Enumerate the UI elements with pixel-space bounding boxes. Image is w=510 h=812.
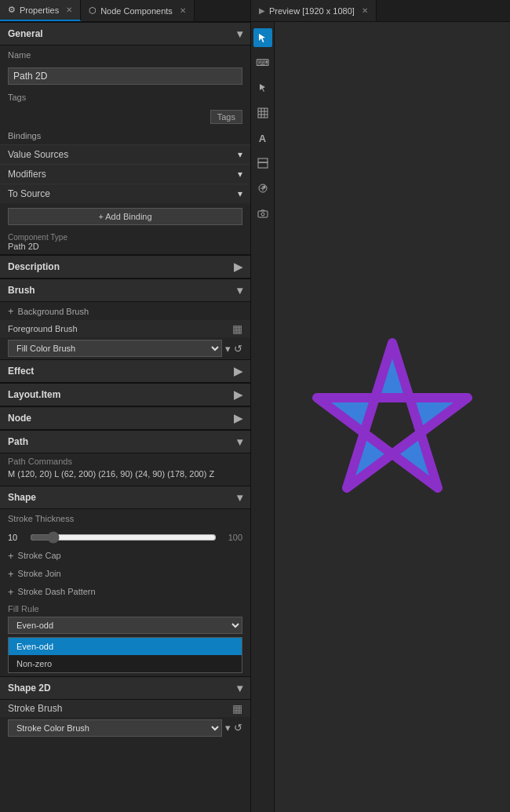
background-brush-plus-icon: + bbox=[8, 305, 14, 317]
general-section-header[interactable]: General ▾ bbox=[0, 22, 250, 46]
brush-label: Brush bbox=[8, 285, 35, 296]
to-source-row[interactable]: To Source ▾ bbox=[0, 184, 250, 203]
tags-row: Tags bbox=[0, 107, 250, 127]
modifiers-label: Modifiers bbox=[8, 169, 46, 180]
stroke-thickness-label-row: Stroke Thickness bbox=[0, 509, 250, 528]
value-sources-row[interactable]: Value Sources ▾ bbox=[0, 144, 250, 164]
layers-tool[interactable] bbox=[253, 154, 272, 173]
fill-arrow-icon[interactable]: ▾ bbox=[225, 343, 231, 355]
stroke-cap-plus-icon: + bbox=[8, 550, 14, 562]
stroke-brush-grid-icon: ▦ bbox=[232, 702, 242, 715]
value-sources-label: Value Sources bbox=[8, 149, 68, 160]
path-commands-value: M (120, 20) L (62, 200) (216, 90) (24, 9… bbox=[8, 468, 242, 481]
background-brush-row: + Background Brush bbox=[0, 302, 250, 320]
stroke-dash-plus-icon: + bbox=[8, 586, 14, 598]
stroke-brush-row: Stroke Brush ▦ bbox=[0, 700, 250, 717]
modifiers-row[interactable]: Modifiers ▾ bbox=[0, 164, 250, 184]
name-row: Name bbox=[0, 46, 250, 64]
brush-section-header[interactable]: Brush ▾ bbox=[0, 279, 250, 302]
tab-node-components-label: Node Components bbox=[100, 6, 173, 16]
component-type-value: Path 2D bbox=[8, 242, 242, 251]
preview-tab-label: Preview [1920 x 1080] bbox=[269, 6, 355, 16]
tags-label: Tags bbox=[8, 93, 63, 102]
preview-tab[interactable]: ▶ Preview [1920 x 1080] ✕ bbox=[251, 0, 377, 21]
camera-tool[interactable] bbox=[253, 204, 272, 223]
shape-label: Shape bbox=[8, 492, 36, 503]
svg-rect-9 bbox=[258, 211, 268, 217]
fill-color-select[interactable]: Fill Color Brush bbox=[8, 340, 222, 357]
to-source-chevron: ▾ bbox=[238, 188, 242, 199]
cursor-tool[interactable] bbox=[253, 28, 272, 47]
tab-properties[interactable]: ⚙ Properties ✕ bbox=[0, 0, 81, 21]
preview-tab-close[interactable]: ✕ bbox=[362, 6, 368, 15]
tags-row-label: Tags bbox=[0, 88, 250, 107]
fill-rule-select[interactable]: Even-odd Non-zero bbox=[8, 617, 242, 634]
properties-icon: ⚙ bbox=[8, 5, 16, 15]
layout-item-chevron: ▶ bbox=[234, 388, 242, 401]
add-binding-button[interactable]: + Add Binding bbox=[8, 208, 242, 225]
description-chevron: ▶ bbox=[234, 260, 242, 273]
fill-rule-dropdown-list: Even-odd Non-zero bbox=[8, 637, 242, 673]
dropdown-item-non-zero[interactable]: Non-zero bbox=[9, 655, 242, 672]
shape2d-label: Shape 2D bbox=[8, 683, 51, 694]
shape-chevron: ▾ bbox=[237, 491, 242, 504]
link-tool[interactable] bbox=[253, 179, 272, 198]
shape2d-section-header[interactable]: Shape 2D ▾ bbox=[0, 676, 250, 700]
layout-item-section-header[interactable]: Layout.Item ▶ bbox=[0, 383, 250, 406]
effect-label: Effect bbox=[8, 366, 34, 377]
effect-section-header[interactable]: Effect ▶ bbox=[0, 359, 250, 383]
grid-icon: ▦ bbox=[232, 322, 242, 335]
stroke-cap-row[interactable]: + Stroke Cap bbox=[0, 547, 250, 565]
node-components-icon: ⬡ bbox=[89, 5, 97, 16]
stroke-thickness-label: Stroke Thickness bbox=[8, 514, 74, 523]
stroke-arrow-icon[interactable]: ▾ bbox=[225, 722, 231, 734]
node-section-header[interactable]: Node ▶ bbox=[0, 406, 250, 430]
preview-play-icon: ▶ bbox=[259, 6, 265, 15]
stroke-join-row[interactable]: + Stroke Join bbox=[0, 565, 250, 583]
star-svg bbox=[298, 327, 486, 508]
text-tool[interactable]: A bbox=[253, 129, 272, 147]
name-input[interactable] bbox=[8, 67, 242, 85]
dropdown-item-even-odd[interactable]: Even-odd bbox=[9, 638, 242, 655]
to-source-label: To Source bbox=[8, 188, 50, 199]
brush-chevron: ▾ bbox=[237, 284, 242, 297]
table-tool[interactable] bbox=[253, 104, 272, 122]
stroke-color-brush-row: Stroke Color Brush ▾ ↺ bbox=[0, 717, 250, 739]
pointer-tool[interactable] bbox=[253, 78, 272, 97]
path-label: Path bbox=[8, 436, 28, 447]
description-label: Description bbox=[8, 261, 60, 272]
tab-properties-close[interactable]: ✕ bbox=[66, 5, 72, 14]
panel-content: General ▾ Name Tags Tags Bindings Value … bbox=[0, 22, 250, 812]
svg-point-8 bbox=[263, 186, 265, 188]
path-section-header[interactable]: Path ▾ bbox=[0, 430, 250, 453]
stroke-dash-row[interactable]: + Stroke Dash Pattern bbox=[0, 583, 250, 601]
fill-color-brush-row: Fill Color Brush ▾ ↺ bbox=[0, 337, 250, 359]
tags-button[interactable]: Tags bbox=[210, 110, 242, 124]
tab-properties-label: Properties bbox=[20, 5, 59, 15]
stroke-brush-label: Stroke Brush bbox=[8, 703, 62, 714]
layout-item-label: Layout.Item bbox=[8, 389, 60, 400]
left-panel: ⚙ Properties ✕ ⬡ Node Components ✕ Gener… bbox=[0, 0, 251, 812]
path-commands-section: Path Commands M (120, 20) L (62, 200) (2… bbox=[0, 453, 250, 486]
value-sources-chevron: ▾ bbox=[238, 149, 242, 160]
keyboard-icon: ⌨ bbox=[256, 57, 269, 68]
svg-rect-6 bbox=[258, 158, 268, 162]
stroke-slider[interactable] bbox=[30, 531, 217, 544]
svg-marker-11 bbox=[317, 343, 468, 488]
fill-reset-icon[interactable]: ↺ bbox=[234, 343, 242, 355]
svg-rect-0 bbox=[258, 108, 268, 118]
modifiers-chevron: ▾ bbox=[238, 169, 242, 180]
tab-node-components-close[interactable]: ✕ bbox=[180, 6, 186, 15]
bindings-label: Bindings bbox=[0, 127, 250, 144]
stroke-reset-icon[interactable]: ↺ bbox=[234, 722, 242, 734]
foreground-brush-row: Foreground Brush ▦ bbox=[0, 320, 250, 337]
keyboard-tool[interactable]: ⌨ bbox=[253, 53, 272, 72]
description-section-header[interactable]: Description ▶ bbox=[0, 255, 250, 279]
tab-bar: ⚙ Properties ✕ ⬡ Node Components ✕ bbox=[0, 0, 250, 22]
stroke-color-select[interactable]: Stroke Color Brush bbox=[8, 719, 222, 737]
stroke-thickness-row: 10 100 bbox=[0, 528, 250, 547]
tab-node-components[interactable]: ⬡ Node Components ✕ bbox=[81, 0, 195, 21]
stroke-join-label: Stroke Join bbox=[18, 569, 61, 578]
component-type-label: Component Type bbox=[8, 233, 242, 242]
shape-section-header[interactable]: Shape ▾ bbox=[0, 486, 250, 509]
